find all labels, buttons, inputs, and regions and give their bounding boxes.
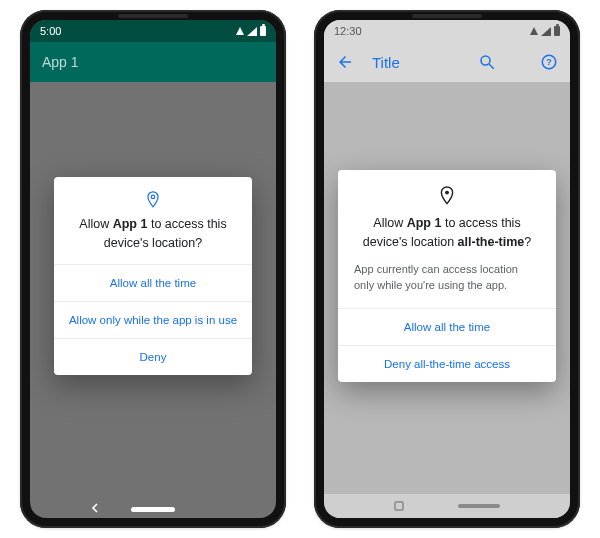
nav-home-pill[interactable] (131, 507, 175, 512)
earpiece (412, 14, 482, 18)
dialog-title: Allow App 1 to access this device's loca… (54, 213, 252, 263)
allow-while-in-use-button[interactable]: Allow only while the app is in use (54, 301, 252, 338)
svg-point-0 (151, 196, 154, 199)
svg-point-5 (445, 191, 449, 195)
allow-all-time-button[interactable]: Allow all the time (54, 264, 252, 301)
phone-frame-left: 5:00 App 1 Allow App 1 to access this de (20, 10, 286, 528)
location-icon (338, 170, 556, 212)
deny-all-time-button[interactable]: Deny all-the-time access (338, 345, 556, 382)
earpiece (118, 14, 188, 18)
phone-frame-right: 12:30 Title ? (314, 10, 580, 528)
location-icon (54, 177, 252, 213)
dialog-title: Allow App 1 to access this device's loca… (338, 212, 556, 258)
nav-home-pill[interactable] (458, 504, 500, 508)
permission-dialog: Allow App 1 to access this device's loca… (338, 170, 556, 381)
nav-recent-icon[interactable] (394, 501, 404, 511)
permission-dialog: Allow App 1 to access this device's loca… (54, 177, 252, 374)
deny-button[interactable]: Deny (54, 338, 252, 375)
dialog-scrim: Allow App 1 to access this device's loca… (30, 20, 276, 518)
screen: 12:30 Title ? (324, 20, 570, 518)
nav-back-icon[interactable] (90, 503, 100, 513)
dialog-subtitle: App currently can access location only w… (338, 259, 556, 308)
screen: 5:00 App 1 Allow App 1 to access this de (30, 20, 276, 518)
dialog-scrim: Allow App 1 to access this device's loca… (324, 20, 570, 518)
allow-all-time-button[interactable]: Allow all the time (338, 308, 556, 345)
nav-bar (324, 494, 570, 518)
